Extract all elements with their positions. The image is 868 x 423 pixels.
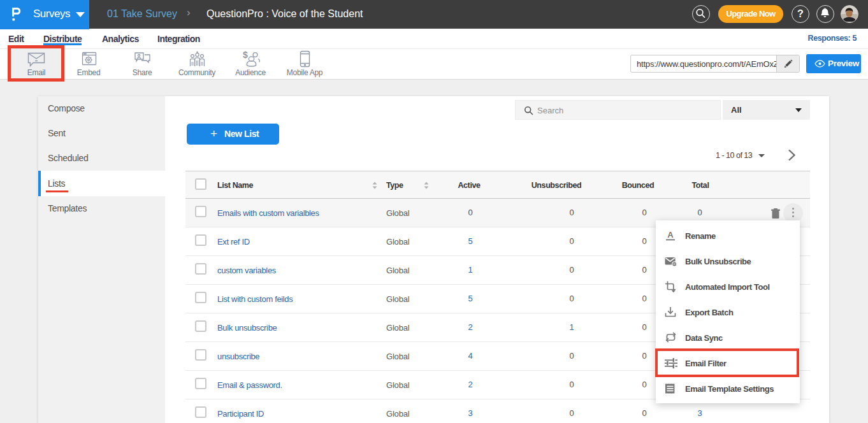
svg-text:A: A [667,230,674,240]
svg-text:$: $ [243,50,248,60]
